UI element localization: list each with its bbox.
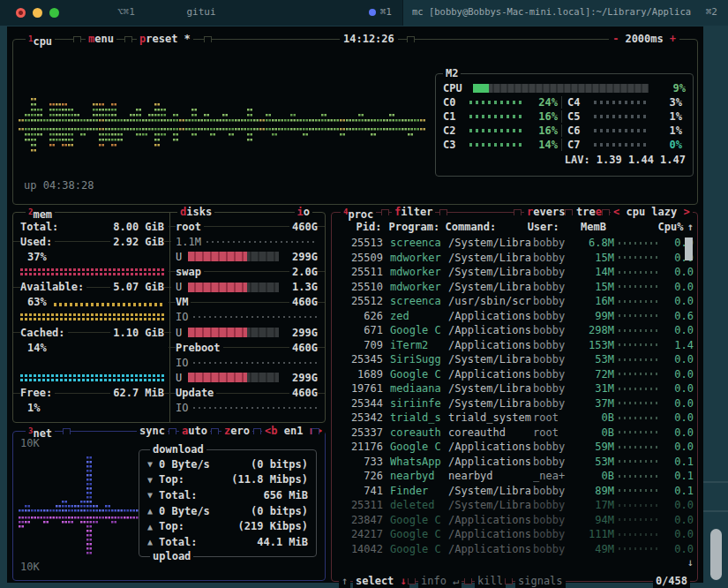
process-row[interactable]: 25337coreauthcoreauthdroot0B0.0 [332, 426, 697, 441]
cell: nearbyd [390, 470, 448, 482]
zero-button[interactable]: zero [221, 424, 252, 438]
mem-stat-value: 5.07 GiB [110, 281, 164, 293]
screen: ⌥⌘1 gitui ⌘1 mc [bobby@Bobbys-Mac-mini.l… [0, 0, 728, 588]
process-row[interactable]: 1689Google C/Applicationsbobby72M0.0 [332, 367, 697, 382]
border-notch [124, 36, 132, 42]
cell-cpu: 0.0 [664, 514, 694, 526]
cell: /Applications [448, 368, 533, 381]
process-row[interactable]: 25311deleted/System/Librabobby17M0.0 [332, 498, 697, 513]
cell: WhatsApp [390, 456, 448, 468]
disk-used-fill [188, 328, 247, 337]
cell-cpu: 0.0 [664, 295, 694, 307]
disk-io-graph [193, 362, 318, 364]
process-row[interactable]: 25511mdworker/System/Librabobby14M0.0 [332, 265, 697, 280]
process-row[interactable]: 733WhatsApp/Applicationsbobby53M0.1 [332, 455, 697, 470]
iface-prev-button[interactable]: <b [265, 425, 277, 437]
cell: 298M [577, 324, 614, 336]
process-row[interactable]: 726nearbydnearbyd_nea+0B0.1 [332, 469, 697, 484]
disk-row: U1.3G [176, 280, 318, 295]
process-row[interactable]: 25510mdworker/System/Librabobby15M0.0 [332, 280, 697, 295]
cell: Google C [390, 543, 448, 555]
mem-row: Cached:1.10 GiB [20, 325, 164, 340]
mem-percent: 37% [20, 251, 47, 263]
window-scrollbar-thumb[interactable] [710, 529, 722, 580]
net-info-label: 0 Byte/s [159, 505, 210, 517]
cell: screenca [390, 237, 448, 249]
disk-io-graph [193, 316, 318, 318]
cell: bobby [533, 368, 577, 381]
disk-name: VM [176, 296, 191, 308]
cell: 94M [577, 514, 614, 526]
process-row[interactable]: 24217Google C/Applicationsbobby111M0.0 [332, 527, 697, 542]
signals-button[interactable]: signals [515, 574, 566, 588]
process-row[interactable]: 14042Google C/Applicationsbobby49M0.0 [332, 542, 697, 557]
auto-button[interactable]: auto [179, 424, 210, 438]
cell: zed [390, 310, 448, 322]
disk-row: U299G [176, 325, 318, 340]
tab-mc[interactable]: mc [bobby@Bobbys-Mac-mini.local]:~/Libra… [402, 0, 728, 26]
core-row: C024%C43% [443, 95, 686, 109]
sort-next-button[interactable]: > [684, 206, 690, 218]
disk-name: Preboot [176, 342, 223, 354]
cell-cpu: 0.0 [664, 382, 694, 395]
kill-button[interactable]: kill [475, 574, 506, 588]
filter-button[interactable]: filter [392, 205, 435, 219]
tab-gitui[interactable]: ⌥⌘1 gitui ⌘1 [0, 0, 402, 26]
process-row[interactable]: 626zed/Applicationsbobby99M0.6 [332, 309, 697, 324]
process-row[interactable]: 19761mediaana/System/Librabobby31M0.0 [332, 381, 697, 396]
cell-cpu: 0.6 [664, 310, 694, 322]
sync-button[interactable]: sync [137, 424, 168, 438]
window-frame: 1cpu menu preset * 14:12:26 - 2000ms + u… [0, 26, 728, 588]
process-row[interactable]: 25345SiriSugg/System/Librabobby53M0.0 [332, 352, 697, 367]
cell: 709 [337, 339, 383, 351]
core-name: C3 [443, 139, 466, 151]
core-name: C4 [567, 96, 590, 109]
window-scrollbar[interactable] [703, 26, 728, 588]
info-button[interactable]: info ↵ [418, 574, 462, 588]
cell: 59M [577, 441, 614, 453]
cell: 0B [577, 411, 614, 424]
process-row[interactable]: 25513screenca/System/Librabobby6.8M0.0 [332, 236, 697, 251]
core-name: C1 [443, 110, 466, 123]
cell: /Applications [448, 324, 533, 336]
cell: siriinfe [390, 397, 448, 410]
mem-usage-meter [20, 268, 164, 275]
io-toggle[interactable]: io [295, 205, 312, 219]
net-box: 3net sync auto zero <b en1 n> 10K 10K do… [12, 431, 326, 581]
process-row[interactable]: 23847Google C/Applicationsbobby94M0.0 [332, 513, 697, 528]
terminal-tab-bar: ⌥⌘1 gitui ⌘1 mc [bobby@Bobbys-Mac-mini.l… [0, 0, 728, 26]
net-box-title: 3net [26, 424, 55, 438]
core-name: C0 [443, 96, 466, 109]
select-button[interactable]: select ↓ [353, 574, 409, 588]
sort-switcher: < cpu lazy > [611, 205, 693, 219]
cell: 741 [337, 485, 383, 497]
cpu-leader-dots [614, 343, 664, 346]
menu-button[interactable]: menu [86, 32, 116, 46]
cell: mediaana [390, 382, 448, 395]
cpu-box: 1cpu menu preset * 14:12:26 - 2000ms + u… [12, 39, 698, 205]
scroll-down-arrow[interactable]: ↓ [687, 556, 694, 569]
sort-prev-button[interactable]: < [613, 206, 619, 218]
scroll-up-arrow[interactable]: ↑ [683, 221, 697, 233]
process-row[interactable]: 21176Google C/Applicationsbobby59M0.0 [332, 440, 697, 455]
cell: bobby [533, 252, 577, 264]
preset-button[interactable]: preset * [137, 32, 193, 46]
mem-row: 63% [20, 295, 164, 310]
process-row[interactable]: 709iTerm2/Applicationsbobby153M1.4 [332, 338, 697, 353]
process-row[interactable]: 25509mdworker/System/Librabobby15M0.0 [332, 251, 697, 266]
cell: /System/Libra [448, 281, 533, 293]
process-row[interactable]: 25344siriinfe/System/Librabobby37M0.0 [332, 396, 697, 411]
sort-mode: cpu lazy [626, 206, 677, 218]
process-row[interactable]: 671Google C/Applicationsbobby298M0.0 [332, 323, 697, 338]
net-info-label: 0 Byte/s [159, 458, 210, 471]
tree-button[interactable]: tree [574, 205, 604, 219]
disks-toggle[interactable]: disks [177, 205, 214, 219]
process-row[interactable]: 25342triald_striald_systemroot0B0.0 [332, 411, 697, 426]
process-row[interactable]: 741Finder/System/Librabobby89M0.1 [332, 484, 697, 499]
rate-increase-button[interactable]: + [670, 32, 676, 46]
proc-scrollbar-thumb[interactable] [685, 237, 693, 260]
rate-decrease-button[interactable]: - [612, 32, 619, 46]
process-row[interactable]: 25512screenca/usr/sbin/scrbobby16M0.0 [332, 294, 697, 309]
cell: bobby [533, 456, 577, 468]
core-percent: 0% [650, 139, 682, 151]
